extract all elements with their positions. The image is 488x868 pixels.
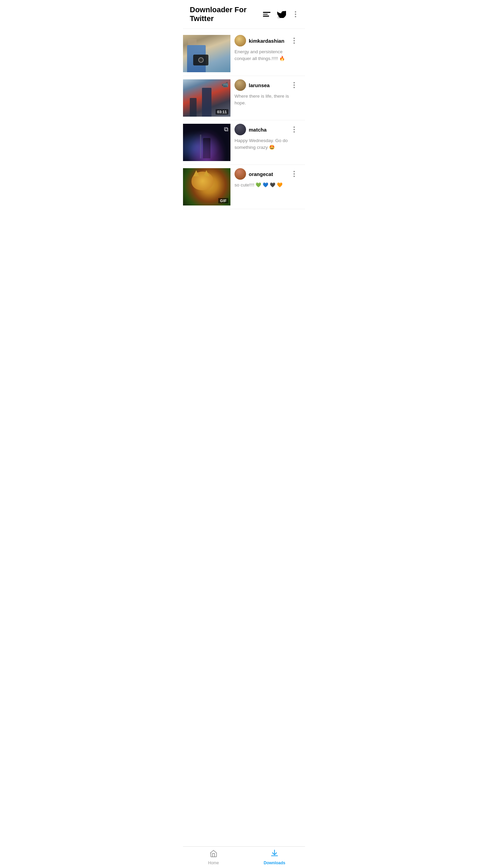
tall-building	[202, 88, 211, 117]
video-badge-icon: 📹	[222, 81, 228, 88]
hamburger-line-1	[263, 12, 270, 13]
feed-text-kimkardashian: Energy and persistence conquer all thing…	[235, 48, 298, 62]
cat-ear-right	[203, 170, 209, 176]
username-orangecat: orangecat	[249, 171, 287, 177]
feed-text-matcha: Happy Wednesday. Go do something crazy 🤩	[235, 137, 298, 151]
more-dots-larunsea	[291, 81, 297, 90]
twitter-button[interactable]	[276, 9, 287, 19]
feed-text-orangecat: so cute!!!! 💚 💙 🖤 🧡	[235, 182, 298, 189]
hamburger-line-2	[263, 14, 268, 15]
feed-thumb-1[interactable]	[183, 35, 230, 72]
username-matcha: matcha	[249, 127, 287, 133]
user-row-larunsea: larunsea	[235, 79, 298, 91]
avatar-larunsea	[235, 79, 246, 91]
camera-body	[193, 55, 208, 65]
menu-button[interactable]	[262, 11, 272, 18]
more-button-kimkardashian[interactable]	[290, 35, 298, 46]
feed-content-kimkardashian: kimkardashian Energy and persistence con…	[230, 35, 301, 62]
user-row-kimkardashian: kimkardashian	[235, 35, 298, 46]
username-kimkardashian: kimkardashian	[249, 38, 287, 44]
avatar-matcha	[235, 124, 246, 135]
avatar-kimkardashian	[235, 35, 246, 46]
feed-text-larunsea: Where there is life, there is hope.	[235, 93, 298, 106]
more-dots-kimkardashian	[291, 36, 297, 45]
camera-lens	[198, 57, 204, 63]
more-button-larunsea[interactable]	[290, 79, 298, 91]
username-larunsea: larunsea	[249, 82, 287, 88]
hamburger-icon	[263, 12, 270, 17]
building-left	[190, 98, 197, 117]
avatar-orangecat	[235, 168, 246, 180]
overflow-menu-button[interactable]	[291, 8, 300, 20]
feed-item-orangecat: GIF orangecat so cute!!!! 💚 💙 🖤 🧡	[183, 165, 305, 209]
feed-item-larunsea: 📹 03:11 larunsea Where there	[183, 76, 305, 120]
user-row-matcha: matcha	[235, 124, 298, 135]
hamburger-line-3	[263, 16, 269, 17]
feed-thumb-3[interactable]: ⧉	[183, 124, 230, 161]
app-title: Downloader For Twitter	[190, 5, 262, 23]
feed-thumb-4[interactable]: GIF	[183, 168, 230, 205]
feed-content: kimkardashian Energy and persistence con…	[183, 29, 305, 236]
more-button-matcha[interactable]	[290, 124, 298, 135]
cat-ear-left	[193, 170, 199, 176]
video-duration: 03:11	[216, 109, 228, 115]
feed-content-larunsea: larunsea Where there is life, there is h…	[230, 79, 301, 106]
user-row-orangecat: orangecat	[235, 168, 298, 180]
stage-lights	[183, 124, 230, 161]
twitter-bird-icon	[277, 11, 286, 18]
header-actions	[262, 8, 300, 20]
feed-content-matcha: matcha Happy Wednesday. Go do something …	[230, 124, 301, 151]
app-header: Downloader For Twitter	[183, 0, 305, 29]
headphone-left	[188, 39, 197, 45]
feed-thumb-2[interactable]: 📹 03:11	[183, 79, 230, 117]
more-dots-matcha	[291, 125, 297, 134]
overflow-menu-icon	[293, 10, 298, 19]
feed-content-orangecat: orangecat so cute!!!! 💚 💙 🖤 🧡	[230, 168, 301, 189]
feed-list: kimkardashian Energy and persistence con…	[183, 29, 305, 212]
feed-item-matcha: ⧉ matcha	[183, 120, 305, 165]
feed-item-kimkardashian: kimkardashian Energy and persistence con…	[183, 32, 305, 76]
gif-badge: GIF	[218, 198, 228, 203]
more-dots-orangecat	[291, 170, 297, 178]
more-button-orangecat[interactable]	[290, 168, 298, 180]
